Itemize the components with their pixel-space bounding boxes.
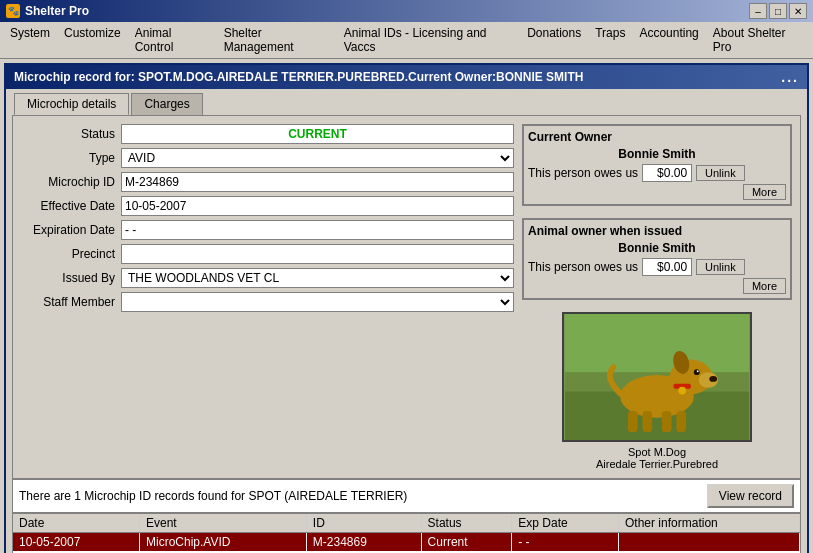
svg-rect-2 — [565, 314, 749, 372]
cell-event: MicroChip.AVID — [139, 533, 306, 552]
right-panel: Current Owner Bonnie Smith This person o… — [522, 124, 792, 470]
record-info-text: There are 1 Microchip ID records found f… — [19, 489, 407, 503]
menu-shelter-management[interactable]: Shelter Management — [218, 24, 336, 56]
table-row[interactable]: 10-05-2007 MicroChip.AVID M-234869 Curre… — [13, 533, 800, 552]
col-status: Status — [421, 514, 512, 533]
app-title: Shelter Pro — [25, 4, 89, 18]
svg-rect-13 — [676, 411, 686, 432]
precinct-row: Precinct — [21, 244, 514, 264]
microchip-input[interactable] — [121, 172, 514, 192]
staff-member-row: Staff Member — [21, 292, 514, 312]
current-owner-owes-row: This person owes us $0.00 Unlink — [528, 164, 786, 182]
record-info-bar: There are 1 Microchip ID records found f… — [12, 479, 801, 513]
cell-other — [619, 533, 800, 552]
tab-charges[interactable]: Charges — [131, 93, 202, 115]
title-bar: 🐾 Shelter Pro – □ ✕ — [0, 0, 813, 22]
precinct-label: Precinct — [21, 247, 121, 261]
table-header-row: Date Event ID Status Exp Date Other info… — [13, 514, 800, 533]
current-owner-title: Current Owner — [528, 130, 786, 144]
close-button[interactable]: ✕ — [789, 3, 807, 19]
effective-date-label: Effective Date — [21, 199, 121, 213]
precinct-input[interactable] — [121, 244, 514, 264]
status-field: CURRENT — [121, 124, 514, 144]
microchip-label: Microchip ID — [21, 175, 121, 189]
animal-owner-unlink-button[interactable]: Unlink — [696, 259, 745, 275]
svg-point-8 — [697, 370, 699, 372]
svg-point-9 — [709, 376, 717, 382]
issued-by-label: Issued By — [21, 271, 121, 285]
expiration-date-label: Expiration Date — [21, 223, 121, 237]
view-record-button[interactable]: View record — [707, 484, 794, 508]
window-header: Microchip record for: SPOT.M.DOG.AIREDAL… — [6, 65, 807, 89]
current-owner-box: Current Owner Bonnie Smith This person o… — [522, 124, 792, 206]
svg-point-7 — [694, 369, 700, 375]
col-date: Date — [13, 514, 139, 533]
animal-owner-owes-label: This person owes us — [528, 260, 638, 274]
svg-rect-10 — [628, 411, 638, 432]
status-row: Status CURRENT — [21, 124, 514, 144]
type-label: Type — [21, 151, 121, 165]
form-panel: Status CURRENT Type AVID Microchip ID Ef… — [21, 124, 514, 470]
window-menu-dots[interactable]: ... — [781, 69, 799, 85]
microchip-records-table: Date Event ID Status Exp Date Other info… — [13, 514, 800, 551]
content-area: Status CURRENT Type AVID Microchip ID Ef… — [12, 115, 801, 479]
type-row: Type AVID — [21, 148, 514, 168]
expiration-date-input[interactable] — [121, 220, 514, 240]
effective-date-row: Effective Date — [21, 196, 514, 216]
cell-status: Current — [421, 533, 512, 552]
col-other: Other information — [619, 514, 800, 533]
svg-point-15 — [678, 387, 686, 395]
menu-about[interactable]: About Shelter Pro — [707, 24, 809, 56]
type-select[interactable]: AVID — [121, 148, 514, 168]
svg-rect-11 — [642, 411, 652, 432]
col-event: Event — [139, 514, 306, 533]
expiration-date-row: Expiration Date — [21, 220, 514, 240]
menu-traps[interactable]: Traps — [589, 24, 631, 56]
effective-date-input[interactable] — [121, 196, 514, 216]
cell-id: M-234869 — [306, 533, 421, 552]
app-icon: 🐾 — [6, 4, 20, 18]
dog-name: Spot M.Dog — [628, 446, 686, 458]
col-exp-date: Exp Date — [512, 514, 619, 533]
menu-system[interactable]: System — [4, 24, 56, 56]
current-owner-owes-label: This person owes us — [528, 166, 638, 180]
microchip-table: Date Event ID Status Exp Date Other info… — [12, 513, 801, 553]
issued-by-select[interactable]: THE WOODLANDS VET CL — [121, 268, 514, 288]
window-controls: – □ ✕ — [749, 3, 807, 19]
staff-member-select[interactable] — [121, 292, 514, 312]
animal-owner-more-button[interactable]: More — [743, 278, 786, 294]
col-id: ID — [306, 514, 421, 533]
animal-owner-name: Bonnie Smith — [528, 241, 786, 255]
svg-rect-12 — [662, 411, 672, 432]
staff-member-label: Staff Member — [21, 295, 121, 309]
menu-accounting[interactable]: Accounting — [633, 24, 704, 56]
cell-date: 10-05-2007 — [13, 533, 139, 552]
menu-bar: System Customize Animal Control Shelter … — [0, 22, 813, 59]
current-owner-amount: $0.00 — [642, 164, 692, 182]
tab-bar: Microchip details Charges — [6, 89, 807, 115]
dog-image — [562, 312, 752, 442]
menu-animal-ids[interactable]: Animal IDs - Licensing and Vaccs — [338, 24, 519, 56]
minimize-button[interactable]: – — [749, 3, 767, 19]
menu-animal-control[interactable]: Animal Control — [129, 24, 216, 56]
animal-owner-amount: $0.00 — [642, 258, 692, 276]
menu-customize[interactable]: Customize — [58, 24, 127, 56]
current-owner-name: Bonnie Smith — [528, 147, 786, 161]
microchip-row: Microchip ID — [21, 172, 514, 192]
main-window: Microchip record for: SPOT.M.DOG.AIREDAL… — [4, 63, 809, 553]
dog-breed: Airedale Terrier.Purebred — [596, 458, 718, 470]
tab-microchip-details[interactable]: Microchip details — [14, 93, 129, 115]
current-owner-more-button[interactable]: More — [743, 184, 786, 200]
issued-by-row: Issued By THE WOODLANDS VET CL — [21, 268, 514, 288]
animal-owner-owes-row: This person owes us $0.00 Unlink — [528, 258, 786, 276]
animal-owner-box: Animal owner when issued Bonnie Smith Th… — [522, 218, 792, 300]
current-owner-unlink-button[interactable]: Unlink — [696, 165, 745, 181]
menu-donations[interactable]: Donations — [521, 24, 587, 56]
cell-exp-date: - - — [512, 533, 619, 552]
window-title: Microchip record for: SPOT.M.DOG.AIREDAL… — [14, 70, 583, 84]
status-label: Status — [21, 127, 121, 141]
animal-owner-title: Animal owner when issued — [528, 224, 786, 238]
maximize-button[interactable]: □ — [769, 3, 787, 19]
